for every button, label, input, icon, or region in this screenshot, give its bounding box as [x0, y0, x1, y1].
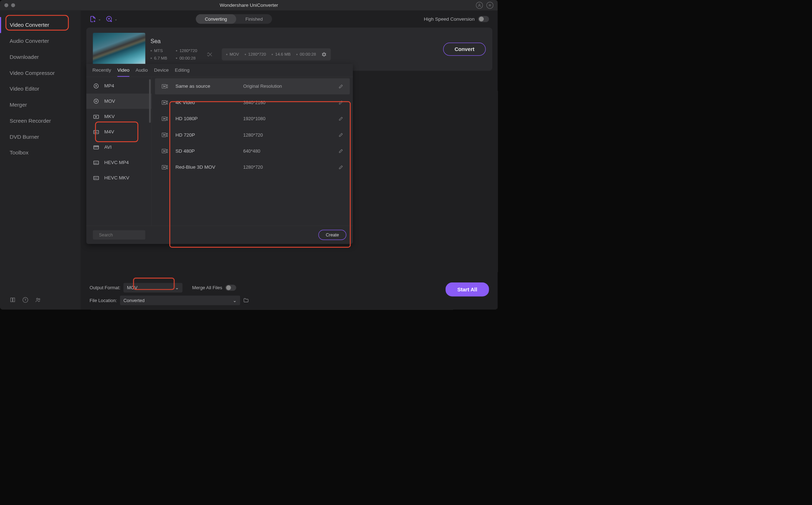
preset-list: Same as source Original Resolution 4K Vi… — [152, 77, 353, 226]
preset-3d-mov[interactable]: Red-Blue 3D MOV 1280*720 — [155, 159, 350, 175]
svg-marker-43 — [166, 149, 168, 153]
src-resolution: 1280*720 — [179, 48, 197, 53]
svg-point-10 — [108, 18, 109, 19]
people-icon[interactable] — [35, 297, 41, 303]
edit-icon[interactable] — [339, 100, 343, 105]
svg-point-14 — [96, 85, 97, 86]
output-format-chip[interactable]: MOV 1280*720 14.6 MB 00:00:28 — [222, 48, 331, 60]
sidebar: Video Converter Audio Converter Download… — [0, 10, 81, 310]
gear-icon[interactable] — [322, 52, 326, 57]
svg-text:HEVC: HEVC — [94, 163, 98, 164]
out-format: MOV — [230, 52, 239, 57]
sidebar-item-screen-recorder[interactable]: Screen Recorder — [1, 113, 81, 129]
tab-device[interactable]: Device — [154, 67, 169, 77]
preset-480p[interactable]: SD 480P 640*480 — [155, 143, 350, 159]
src-duration: 00:00:28 — [179, 56, 195, 60]
svg-text:M4V: M4V — [94, 132, 98, 133]
chevron-down-icon: ⌄ — [233, 298, 237, 303]
close-window-button[interactable] — [4, 3, 8, 7]
svg-point-9 — [107, 16, 112, 21]
sidebar-item-dvd-burner[interactable]: DVD Burner — [1, 129, 81, 145]
src-size: 6.7 MB — [154, 56, 167, 60]
svg-marker-41 — [164, 134, 165, 136]
window-controls — [0, 3, 15, 7]
edit-icon[interactable] — [339, 84, 343, 88]
help-icon[interactable] — [22, 297, 29, 303]
sidebar-item-audio-converter[interactable]: Audio Converter — [1, 33, 81, 49]
format-item-m4v[interactable]: M4VM4V — [86, 124, 151, 139]
search-field[interactable] — [99, 233, 154, 238]
sidebar-item-video-compressor[interactable]: Video Compressor — [1, 65, 81, 81]
edit-icon[interactable] — [339, 132, 343, 137]
tab-editing[interactable]: Editing — [175, 67, 189, 77]
edit-icon[interactable] — [339, 165, 343, 169]
format-item-hevc-mp4[interactable]: HEVCHEVC MP4 — [86, 155, 151, 170]
high-speed-label: High Speed Conversion — [424, 16, 474, 22]
output-format-label: Output Format: — [89, 285, 120, 290]
add-disc-button[interactable]: ⌄ — [106, 16, 117, 22]
minimize-window-button[interactable] — [11, 3, 15, 7]
video-icon — [161, 132, 169, 138]
chevron-down-icon: ⌄ — [98, 17, 101, 21]
merge-toggle[interactable] — [225, 285, 236, 291]
output-format-select[interactable]: MOV ⌄ — [123, 283, 183, 292]
svg-marker-32 — [164, 86, 165, 87]
sidebar-item-downloader[interactable]: Downloader — [1, 49, 81, 65]
svg-point-4 — [23, 297, 28, 302]
segment-converting[interactable]: Converting — [196, 14, 236, 24]
svg-rect-17 — [94, 115, 99, 118]
toolbar: ⌄ ⌄ Converting Finished High Speed Conve… — [81, 10, 498, 27]
sidebar-item-toolbox[interactable]: Toolbox — [1, 145, 81, 161]
video-icon — [161, 165, 169, 170]
preset-same-as-source[interactable]: Same as source Original Resolution — [155, 78, 350, 94]
menu-icon[interactable] — [487, 2, 494, 9]
start-all-button[interactable]: Start All — [446, 282, 489, 296]
create-button[interactable]: Create — [318, 230, 346, 240]
tab-video[interactable]: Video — [117, 67, 129, 77]
out-resolution: 1280*720 — [248, 52, 266, 57]
video-icon — [161, 84, 169, 89]
edit-icon[interactable] — [339, 149, 343, 153]
video-icon — [161, 148, 169, 154]
edit-icon[interactable] — [339, 116, 343, 121]
tab-audio[interactable]: Audio — [135, 67, 148, 77]
svg-marker-44 — [164, 150, 165, 152]
folder-icon[interactable] — [243, 297, 249, 303]
high-speed-toggle[interactable] — [478, 16, 489, 22]
sidebar-item-video-converter[interactable]: Video Converter — [0, 17, 81, 33]
convert-button[interactable]: Convert — [443, 43, 485, 56]
svg-marker-38 — [164, 118, 165, 120]
segment-finished[interactable]: Finished — [236, 14, 272, 24]
book-icon[interactable] — [10, 297, 16, 303]
format-item-mp4[interactable]: MP4 — [86, 78, 151, 93]
window-title: Wondershare UniConverter — [220, 2, 278, 8]
svg-point-0 — [479, 4, 480, 5]
file-thumbnail[interactable] — [93, 33, 145, 66]
svg-point-13 — [94, 84, 98, 88]
svg-marker-31 — [166, 85, 168, 88]
preset-1080p[interactable]: HD 1080P 1920*1080 — [155, 111, 350, 127]
svg-marker-37 — [166, 117, 168, 120]
add-file-button[interactable]: ⌄ — [89, 16, 101, 22]
format-item-avi[interactable]: AVI — [86, 139, 151, 155]
file-location-select[interactable]: Converted ⌄ — [120, 296, 240, 305]
format-item-mkv[interactable]: MKV — [86, 109, 151, 124]
tab-recently[interactable]: Recently — [92, 67, 111, 77]
merge-label: Merge All Files — [192, 285, 222, 290]
svg-marker-40 — [166, 133, 168, 137]
format-list: MP4 MOV MKV M4VM4V AVI HEVCHEVC MP4 HEVC… — [86, 77, 152, 226]
sidebar-item-video-editor[interactable]: Video Editor — [1, 81, 81, 97]
svg-marker-18 — [96, 116, 97, 117]
scrollbar[interactable] — [149, 79, 151, 123]
svg-point-16 — [96, 101, 97, 102]
file-name: Sea — [150, 38, 438, 45]
format-item-hevc-mkv[interactable]: HEVCHEVC MKV — [86, 170, 151, 185]
svg-text:HEVC: HEVC — [94, 178, 98, 179]
search-input[interactable] — [93, 230, 145, 239]
sidebar-item-merger[interactable]: Merger — [1, 97, 81, 113]
preset-720p[interactable]: HD 720P 1280*720 — [155, 127, 350, 143]
format-item-mov[interactable]: MOV — [86, 93, 151, 109]
swap-icon — [206, 51, 213, 58]
account-icon[interactable] — [476, 2, 483, 9]
preset-4k[interactable]: 4K Video 3840*2160 — [155, 95, 350, 111]
